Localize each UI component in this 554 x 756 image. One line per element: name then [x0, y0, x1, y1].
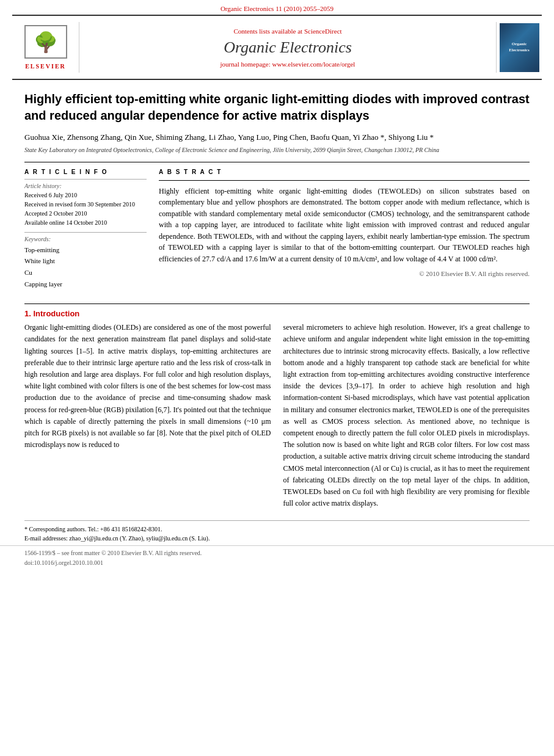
divider-abstract [159, 180, 530, 181]
cover-image: Organic Electronics [500, 23, 539, 72]
elsevier-label: ELSEVIER [25, 63, 66, 70]
keywords-label: Keywords: [24, 236, 147, 242]
logo-box: 🌳 [24, 25, 67, 59]
footnote-email: E-mail addresses: zhao_yi@jlu.edu.cn (Y.… [24, 534, 530, 543]
article-info-col: A R T I C L E I N F O Article history: R… [24, 169, 147, 290]
copyright: © 2010 Elsevier B.V. All rights reserved… [159, 270, 530, 277]
keywords-block: Keywords: Top-emitting White light Cu Ca… [24, 232, 147, 290]
article-history: Article history: Received 6 July 2010 Re… [24, 179, 147, 227]
intro-left-text: Organic light-emitting diodes (OLEDs) ar… [24, 322, 271, 451]
abstract-text: Highly efficient top-emitting white orga… [159, 186, 530, 265]
abstract-header: A B S T R A C T [159, 169, 530, 175]
journal-homepage: journal homepage: www.elsevier.com/locat… [221, 60, 355, 68]
journal-title: Organic Electronics [224, 38, 352, 57]
affiliation: State Key Laboratory on Integrated Optoe… [24, 146, 530, 154]
journal-header: 🌳 ELSEVIER Contents lists available at S… [12, 15, 542, 80]
tree-icon: 🌳 [34, 32, 58, 52]
article-title: Highly efficient top-emitting white orga… [24, 91, 530, 124]
intro-two-col: Organic light-emitting diodes (OLEDs) ar… [24, 322, 530, 514]
divider-1 [24, 162, 530, 162]
footnote-corresponding: * Corresponding authors. Tel.: +86 431 8… [24, 525, 530, 534]
citation-text: Organic Electronics 11 (2010) 2055–2059 [221, 5, 333, 12]
journal-cover: Organic Electronics [496, 22, 542, 73]
received-date: Received 6 July 2010 Received in revised… [24, 191, 147, 227]
doi-line: doi:10.1016/j.orgel.2010.10.001 [24, 558, 530, 568]
intro-section: 1. Introduction Organic light-emitting d… [0, 296, 554, 520]
citation-bar: Organic Electronics 11 (2010) 2055–2059 [0, 0, 554, 15]
journal-center-header: Contents lists available at ScienceDirec… [79, 22, 496, 73]
info-abstract-cols: A R T I C L E I N F O Article history: R… [24, 169, 530, 290]
intro-title: 1. Introduction [24, 309, 530, 318]
issn-line: 1566-1199/$ – see front matter © 2010 El… [24, 548, 530, 558]
page: Organic Electronics 11 (2010) 2055–2059 … [0, 0, 554, 756]
divider-intro [24, 303, 530, 304]
abstract-col: A B S T R A C T Highly efficient top-emi… [159, 169, 530, 290]
article-info-header: A R T I C L E I N F O [24, 169, 147, 175]
authors: Guohua Xie, Zhensong Zhang, Qin Xue, Shi… [24, 131, 530, 144]
history-label: Article history: [24, 183, 147, 189]
sciencedirect-link: Contents lists available at ScienceDirec… [233, 27, 341, 35]
intro-left: Organic light-emitting diodes (OLEDs) ar… [24, 322, 271, 514]
intro-right: several micrometers to achieve high reso… [283, 322, 530, 514]
cover-title-text: Organic Electronics [509, 42, 529, 53]
bottom-bar: 1566-1199/$ – see front matter © 2010 El… [0, 545, 554, 570]
intro-right-text: several micrometers to achieve high reso… [283, 322, 530, 509]
elsevier-logo-block: 🌳 ELSEVIER [12, 22, 79, 73]
keywords-list: Top-emitting White light Cu Capping laye… [24, 244, 147, 290]
article-main: Highly efficient top-emitting white orga… [0, 80, 554, 296]
footnote-section: * Corresponding authors. Tel.: +86 431 8… [24, 520, 530, 545]
